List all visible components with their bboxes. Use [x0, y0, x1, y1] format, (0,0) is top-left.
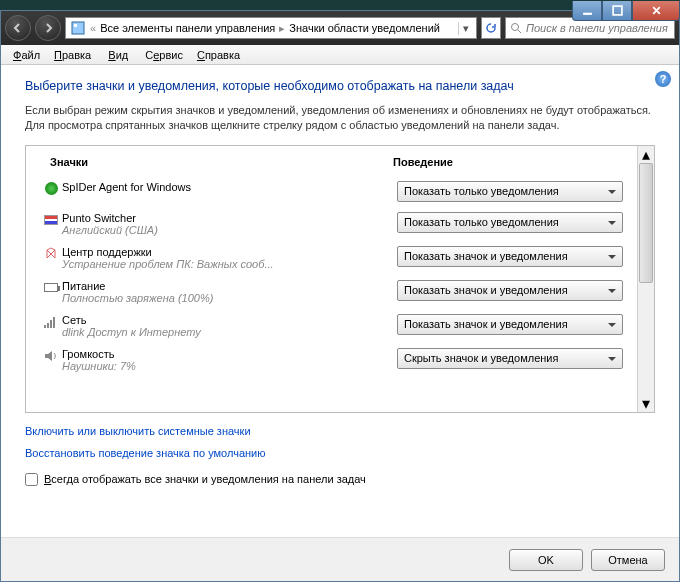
window-controls — [572, 1, 680, 21]
menu-edit[interactable]: Правка — [48, 47, 97, 63]
always-show-checkbox[interactable] — [25, 473, 38, 486]
breadcrumb-current[interactable]: Значки области уведомлений — [289, 22, 440, 34]
breadcrumb[interactable]: « Все элементы панели управления ▸ Значк… — [65, 17, 477, 39]
back-button[interactable] — [5, 15, 31, 41]
item-subtitle: Наушники: 7% — [62, 360, 387, 372]
network-icon — [40, 314, 62, 330]
breadcrumb-dropdown[interactable]: ▾ — [458, 22, 472, 35]
menu-file[interactable]: ФФайлайл — [7, 47, 46, 63]
link-restore-default[interactable]: Восстановить поведение значка по умолчан… — [25, 447, 655, 459]
menu-help[interactable]: Справка — [191, 47, 246, 63]
help-icon[interactable]: ? — [655, 71, 671, 87]
minimize-button[interactable] — [572, 1, 602, 21]
behavior-select[interactable]: Показать только уведомления — [397, 181, 623, 202]
svg-rect-0 — [583, 13, 592, 15]
behavior-select[interactable]: Скрыть значок и уведомления — [397, 348, 623, 369]
scroll-up-button[interactable]: ▴ — [638, 146, 654, 163]
content-area: ? Выберите значки и уведомления, которые… — [1, 65, 679, 537]
icon-list-frame: Значки Поведение SpIDer Agent for Window… — [25, 145, 655, 413]
list-item: Punto SwitcherАнглийский (США)Показать т… — [26, 207, 637, 241]
link-toggle-system-icons[interactable]: Включить или выключить системные значки — [25, 425, 655, 437]
page-title: Выберите значки и уведомления, которые н… — [25, 79, 655, 93]
column-behavior: Поведение — [393, 156, 623, 168]
flag-icon — [40, 212, 62, 228]
item-title: SpIDer Agent for Windows — [62, 181, 387, 193]
item-subtitle: Устранение проблем ПК: Важных сооб... — [62, 258, 387, 270]
list-item: ПитаниеПолностью заряжена (100%)Показать… — [26, 275, 637, 309]
chevron-right-icon: ▸ — [277, 22, 287, 35]
always-show-checkbox-row: Всегда отображать все значки и уведомлен… — [25, 473, 655, 486]
chevron-right-icon: « — [88, 22, 98, 34]
control-panel-icon — [70, 20, 86, 36]
action-links: Включить или выключить системные значки … — [25, 425, 655, 469]
svg-point-4 — [512, 24, 519, 31]
refresh-button[interactable] — [481, 17, 501, 39]
item-title: Громкость — [62, 348, 387, 360]
behavior-select[interactable]: Показать значок и уведомления — [397, 280, 623, 301]
list-item: Центр поддержкиУстранение проблем ПК: Ва… — [26, 241, 637, 275]
item-subtitle: Полностью заряжена (100%) — [62, 292, 387, 304]
cancel-button[interactable]: Отмена — [591, 549, 665, 571]
maximize-button[interactable] — [602, 1, 632, 21]
support-icon — [40, 246, 62, 262]
dialog-footer: OK Отмена — [1, 537, 679, 581]
item-title: Центр поддержки — [62, 246, 387, 258]
menu-view[interactable]: Вид — [99, 47, 137, 63]
svg-rect-3 — [74, 24, 77, 27]
page-description: Если выбран режим скрытия значков и увед… — [25, 103, 655, 133]
close-button[interactable] — [632, 1, 680, 21]
menu-bar: ФФайлайл Правка Вид Сервис Справка — [1, 45, 679, 65]
search-input[interactable] — [526, 22, 670, 34]
svg-rect-1 — [613, 6, 622, 15]
behavior-select[interactable]: Показать значок и уведомления — [397, 246, 623, 267]
always-show-label: Всегда отображать все значки и уведомлен… — [44, 473, 366, 485]
volume-icon — [40, 348, 62, 364]
list-item: ГромкостьНаушники: 7%Скрыть значок и уве… — [26, 343, 637, 377]
breadcrumb-root[interactable]: Все элементы панели управления — [100, 22, 275, 34]
ok-button[interactable]: OK — [509, 549, 583, 571]
battery-icon — [40, 280, 62, 296]
scroll-down-button[interactable]: ▾ — [638, 395, 654, 412]
scrollbar[interactable]: ▴ ▾ — [637, 146, 654, 412]
control-panel-window: « Все элементы панели управления ▸ Значк… — [0, 10, 680, 582]
search-icon — [510, 22, 522, 34]
list-header: Значки Поведение — [26, 146, 637, 176]
shield-icon — [40, 181, 62, 197]
item-title: Сеть — [62, 314, 387, 326]
list-item: SpIDer Agent for WindowsПоказать только … — [26, 176, 637, 207]
list-item: Сетьdlink Доступ к ИнтернетуПоказать зна… — [26, 309, 637, 343]
forward-button[interactable] — [35, 15, 61, 41]
column-icons: Значки — [50, 156, 393, 168]
behavior-select[interactable]: Показать только уведомления — [397, 212, 623, 233]
behavior-select[interactable]: Показать значок и уведомления — [397, 314, 623, 335]
item-subtitle: Английский (США) — [62, 224, 387, 236]
scroll-thumb[interactable] — [639, 163, 653, 283]
item-title: Punto Switcher — [62, 212, 387, 224]
item-title: Питание — [62, 280, 387, 292]
item-subtitle: dlink Доступ к Интернету — [62, 326, 387, 338]
svg-rect-2 — [72, 22, 84, 34]
menu-service[interactable]: Сервис — [139, 47, 189, 63]
